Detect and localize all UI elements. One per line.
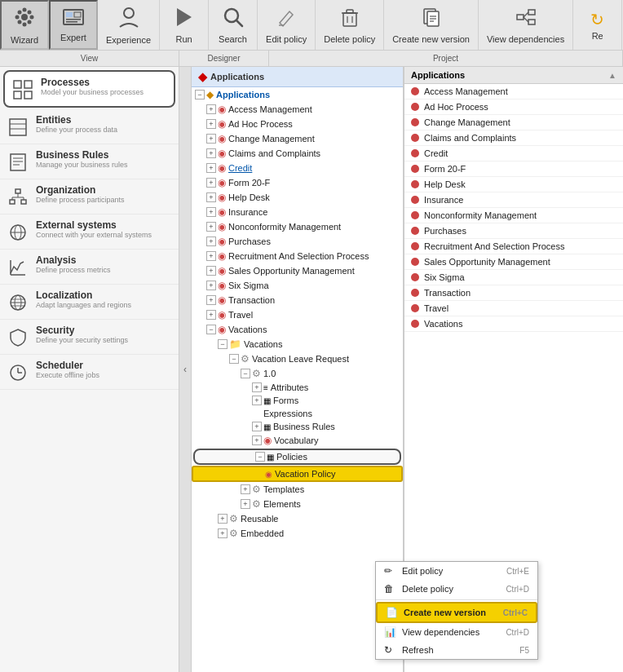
tree-node-vacation-leave-request[interactable]: − ⚙ Vacation Leave Request [192, 351, 403, 366]
tree-node-recruitment[interactable]: + ◉ Recruitment And Selection Process [192, 249, 403, 263]
wizard-button[interactable]: Wizard [0, 0, 49, 50]
tree-node-vocabulary[interactable]: + ◉ Vocabulary [192, 433, 403, 448]
tree-expand-sixsigma[interactable]: + [206, 281, 216, 290]
tree-node-version-10[interactable]: − ⚙ 1.0 [192, 366, 403, 381]
tree-expand-credit[interactable]: + [206, 163, 216, 173]
sidebar-item-scheduler[interactable]: Scheduler Execute offline jobs [0, 355, 179, 390]
run-button[interactable]: Run [160, 0, 209, 50]
context-edit-policy[interactable]: ✏ Edit policy Ctrl+E [376, 562, 537, 580]
tree-node-travel[interactable]: + ◉ Travel [192, 307, 403, 322]
refresh-button[interactable]: ↻ Re [573, 0, 622, 50]
right-item-purchases[interactable]: Purchases [404, 223, 623, 239]
tree-node-adhoc[interactable]: + ◉ Ad Hoc Process [192, 117, 403, 131]
tree-node-templates[interactable]: + ⚙ Templates [192, 482, 403, 497]
tree-node-change[interactable]: + ◉ Change Management [192, 131, 403, 146]
sidebar-item-processes[interactable]: Processes Model your business processes [3, 70, 175, 108]
sidebar-item-business-rules[interactable]: Business Rules Manage your business rule… [0, 144, 179, 179]
tree-node-business-rules-v[interactable]: + ▦ Business Rules [192, 420, 403, 433]
sidebar-item-localization[interactable]: Localization Adapt languages and regions [0, 285, 179, 320]
tree-node-expressions[interactable]: Expressions [192, 407, 403, 420]
tree-expand-insurance[interactable]: + [206, 207, 216, 217]
context-delete-policy[interactable]: 🗑 Delete policy Ctrl+D [376, 580, 537, 598]
sidebar-item-organization[interactable]: Organization Define process participants [0, 179, 179, 214]
right-item-access[interactable]: Access Management [404, 84, 623, 99]
tree-node-helpdesk[interactable]: + ◉ Help Desk [192, 190, 403, 205]
tree-expand-form20f[interactable]: + [206, 178, 216, 188]
view-dependencies-button[interactable]: View dependencies [479, 0, 573, 50]
right-item-sales[interactable]: Sales Opportunity Management [404, 254, 623, 270]
sidebar-collapse-button[interactable]: ‹ [179, 67, 192, 672]
tree-expand-change[interactable]: + [206, 134, 216, 144]
tree-expand-vacation-leave[interactable]: − [229, 354, 239, 364]
tree-expand-vacations-l1[interactable]: − [206, 325, 216, 334]
right-item-helpdesk[interactable]: Help Desk [404, 177, 623, 192]
tree-node-credit[interactable]: + ◉ Credit [192, 161, 403, 175]
tree-expand-elements[interactable]: + [241, 499, 250, 509]
right-item-credit[interactable]: Credit [404, 146, 623, 161]
tree-expand-reusable[interactable]: + [218, 514, 228, 524]
tree-node-reusable[interactable]: + ⚙ Reusable [192, 511, 403, 526]
tree-expand-transaction[interactable]: + [206, 295, 216, 305]
expert-button[interactable]: Expert [49, 0, 98, 50]
right-item-adhoc[interactable]: Ad Hoc Process [404, 99, 623, 115]
tree-node-access-management[interactable]: + ◉ Access Management [192, 102, 403, 117]
tree-expand-recruitment[interactable]: + [206, 251, 216, 261]
tree-node-sixsigma[interactable]: + ◉ Six Sigma [192, 278, 403, 293]
tree-expand-embedded[interactable]: + [218, 528, 228, 538]
tree-expand-adhoc[interactable]: + [206, 119, 216, 129]
tree-expand-sales[interactable]: + [206, 266, 216, 276]
tree-expand-travel[interactable]: + [206, 310, 216, 320]
tree-expand-access[interactable]: + [206, 104, 216, 114]
tree-node-embedded[interactable]: + ⚙ Embedded [192, 526, 403, 541]
experience-button[interactable]: Experience [98, 0, 160, 50]
context-create-new-version[interactable]: 📄 Create new version Ctrl+C [376, 602, 537, 623]
tree-node-elements[interactable]: + ⚙ Elements [192, 497, 403, 511]
right-item-transaction[interactable]: Transaction [404, 285, 623, 301]
right-item-recruitment[interactable]: Recruitment And Selection Process [404, 239, 623, 254]
tree-expand-policies[interactable]: − [255, 452, 265, 462]
tree-node-claims[interactable]: + ◉ Claims and Complaints [192, 146, 403, 161]
right-item-vacations[interactable]: Vacations [404, 316, 623, 332]
tree-expand-attributes[interactable]: + [252, 382, 262, 392]
context-refresh[interactable]: ↻ Refresh F5 [376, 641, 537, 659]
tree-node-insurance[interactable]: + ◉ Insurance [192, 205, 403, 219]
tree-expand-forms[interactable]: + [252, 396, 262, 405]
edit-policy-button[interactable]: Edit policy [258, 0, 316, 50]
tree-expand-nonconformity[interactable]: + [206, 222, 216, 232]
right-item-sixsigma[interactable]: Six Sigma [404, 270, 623, 285]
tree-node-vacation-policy[interactable]: ◉ Vacation Policy [192, 466, 403, 482]
tree-node-sales[interactable]: + ◉ Sales Opportunity Management [192, 263, 403, 278]
right-item-travel[interactable]: Travel [404, 301, 623, 316]
tree-expand-applications[interactable]: − [195, 90, 205, 99]
tree-expand-templates[interactable]: + [241, 484, 250, 494]
tree-node-attributes[interactable]: + ≡ Attributes [192, 381, 403, 394]
sidebar-item-external-systems[interactable]: External systems Connect with your exter… [0, 214, 179, 250]
tree-expand-vacations-folder[interactable]: − [218, 339, 228, 349]
tree-expand-vocab[interactable]: + [252, 435, 262, 445]
tree-node-purchases[interactable]: + ◉ Purchases [192, 234, 403, 249]
sidebar-item-security[interactable]: Security Define your security settings [0, 320, 179, 355]
tree-node-transaction[interactable]: + ◉ Transaction [192, 293, 403, 307]
tree-node-policies[interactable]: − ▦ Policies [193, 449, 401, 465]
tree-node-form20f[interactable]: + ◉ Form 20-F [192, 175, 403, 190]
tree-node-vacations-l1[interactable]: − ◉ Vacations [192, 322, 403, 337]
sidebar-item-entities[interactable]: Entities Define your process data [0, 109, 179, 144]
right-item-change[interactable]: Change Management [404, 115, 623, 130]
tree-expand-biz-rules[interactable]: + [252, 422, 262, 431]
right-item-form20f[interactable]: Form 20-F [404, 161, 623, 177]
right-item-nonconformity[interactable]: Nonconformity Management [404, 208, 623, 223]
context-view-dependencies[interactable]: 📊 View dependencies Ctrl+D [376, 623, 537, 641]
right-item-insurance[interactable]: Insurance [404, 192, 623, 208]
tree-expand-purchases[interactable]: + [206, 237, 216, 246]
create-new-version-button[interactable]: Create new version [384, 0, 479, 50]
tree-node-forms[interactable]: + ▦ Forms [192, 394, 403, 407]
tree-node-nonconformity[interactable]: + ◉ Nonconformity Management [192, 219, 403, 234]
tree-expand-claims[interactable]: + [206, 148, 216, 158]
delete-policy-button[interactable]: Delete policy [316, 0, 384, 50]
tree-node-vacations-folder[interactable]: − 📁 Vacations [192, 337, 403, 351]
right-item-claims[interactable]: Claims and Complaints [404, 130, 623, 146]
sidebar-item-analysis[interactable]: Analysis Define process metrics [0, 250, 179, 285]
tree-node-applications[interactable]: − ◆ Applications [192, 87, 403, 102]
tree-expand-v10[interactable]: − [241, 369, 250, 378]
search-button[interactable]: Search [209, 0, 258, 50]
